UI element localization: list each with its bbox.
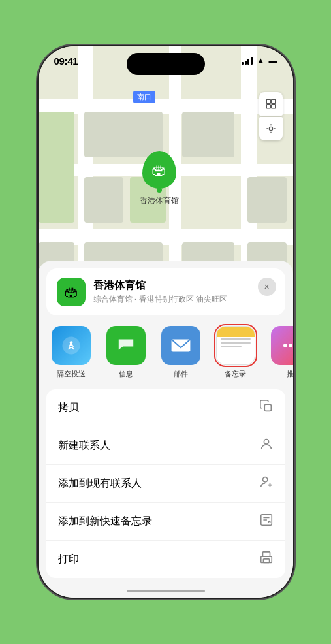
svg-rect-16 — [260, 556, 272, 562]
action-new-contact-label: 新建联系人 — [58, 439, 110, 453]
stadium-marker[interactable]: 🏟 香港体育馆 — [140, 151, 179, 206]
copy-icon — [259, 399, 274, 417]
svg-point-4 — [269, 127, 272, 130]
home-indicator — [127, 590, 205, 592]
action-add-existing-label: 添加到现有联系人 — [58, 477, 142, 491]
close-button[interactable]: × — [258, 278, 276, 296]
location-card: 🏟 香港体育馆 综合体育馆 · 香港特别行政区 油尖旺区 × — [46, 268, 285, 315]
mail-label: 邮件 — [174, 369, 188, 379]
share-row: 隔空投送 信息 — [39, 315, 293, 384]
phone-screen: 09:41 ▲ ▬ — [39, 46, 293, 598]
map-view-toggle[interactable] — [259, 92, 283, 116]
svg-point-12 — [264, 440, 268, 444]
location-info: 香港体育馆 综合体育馆 · 香港特别行政区 油尖旺区 — [93, 279, 275, 305]
action-copy-label: 拷贝 — [58, 401, 79, 415]
airdrop-icon-box — [52, 326, 91, 365]
phone-frame: 09:41 ▲ ▬ — [39, 46, 293, 598]
location-name: 香港体育馆 — [93, 279, 275, 293]
print-icon — [259, 551, 274, 568]
share-item-airdrop[interactable]: 隔空投送 — [49, 326, 93, 379]
add-note-icon — [259, 513, 274, 530]
map-label: 南口 — [133, 91, 155, 103]
mail-icon-box — [161, 326, 200, 365]
svg-point-13 — [262, 477, 267, 482]
stadium-marker-name: 香港体育馆 — [140, 195, 179, 206]
status-icons: ▲ ▬ — [242, 56, 277, 65]
add-existing-icon — [259, 475, 274, 492]
action-print[interactable]: 打印 — [46, 541, 285, 578]
svg-rect-15 — [262, 552, 270, 556]
share-item-notes[interactable]: 备忘录 — [213, 326, 258, 379]
location-button[interactable] — [259, 117, 283, 140]
more-icon-box — [271, 326, 293, 365]
svg-rect-3 — [271, 105, 275, 108]
action-list: 拷贝 新建联系人 — [46, 389, 285, 578]
map-block — [182, 112, 234, 157]
action-add-note-label: 添加到新快速备忘录 — [58, 515, 152, 528]
status-time: 09:41 — [54, 56, 78, 67]
action-copy[interactable]: 拷贝 — [46, 389, 285, 427]
map-green-block — [39, 112, 74, 223]
svg-point-6 — [69, 341, 72, 344]
share-item-message[interactable]: 信息 — [104, 326, 148, 379]
svg-rect-11 — [264, 404, 271, 411]
map-controls — [259, 92, 283, 140]
stadium-icon: 🏟 — [151, 161, 167, 179]
message-icon-box — [106, 326, 146, 365]
svg-rect-17 — [263, 559, 269, 563]
message-label: 信息 — [119, 369, 133, 379]
svg-rect-0 — [266, 99, 270, 103]
dynamic-island — [127, 53, 205, 75]
share-item-more[interactable]: 推 — [268, 326, 293, 379]
svg-rect-1 — [271, 99, 275, 103]
share-item-mail[interactable]: 邮件 — [159, 326, 203, 379]
notes-header — [217, 327, 255, 337]
action-print-label: 打印 — [58, 553, 79, 566]
map-block — [247, 177, 287, 223]
new-contact-icon — [259, 437, 274, 455]
notes-label: 备忘录 — [225, 369, 246, 379]
svg-rect-2 — [266, 105, 270, 108]
airdrop-label: 隔空投送 — [57, 369, 86, 379]
signal-icon — [242, 57, 253, 65]
wifi-icon: ▲ — [257, 56, 265, 65]
notes-lines — [221, 338, 251, 347]
action-add-existing[interactable]: 添加到现有联系人 — [46, 465, 285, 503]
action-new-contact[interactable]: 新建联系人 — [46, 427, 285, 465]
svg-point-9 — [289, 344, 292, 347]
battery-icon: ▬ — [269, 56, 277, 65]
location-desc: 综合体育馆 · 香港特别行政区 油尖旺区 — [93, 294, 275, 305]
map-block — [84, 177, 123, 223]
svg-point-8 — [283, 344, 287, 347]
location-card-icon: 🏟 — [57, 278, 86, 306]
bottom-sheet: 🏟 香港体育馆 综合体育馆 · 香港特别行政区 油尖旺区 × — [39, 261, 293, 598]
more-label: 推 — [287, 369, 293, 379]
action-add-note[interactable]: 添加到新快速备忘录 — [46, 503, 285, 541]
notes-icon-box — [216, 326, 255, 365]
stadium-pin: 🏟 — [142, 151, 176, 189]
